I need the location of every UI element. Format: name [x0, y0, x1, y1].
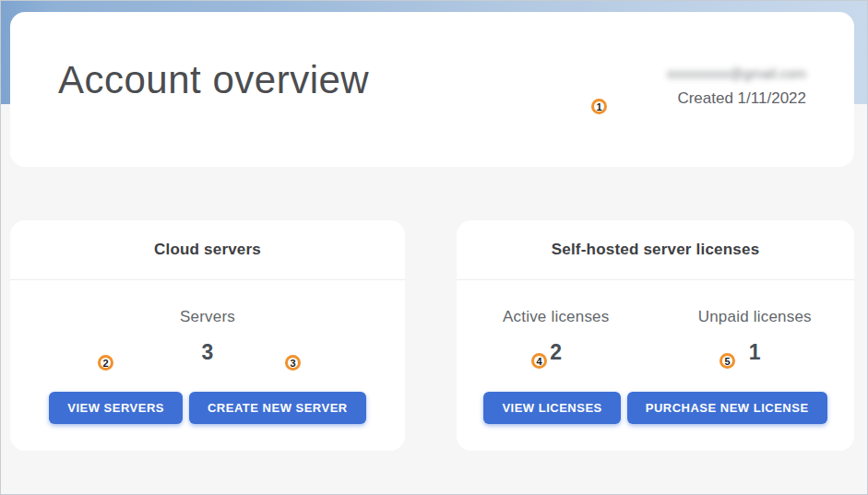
active-licenses-stat: Active licenses 2	[457, 308, 656, 365]
annotation-marker-4: 4	[531, 353, 547, 369]
cloud-servers-stats: Servers 3	[10, 308, 405, 365]
self-hosted-licenses-card-header: Self-hosted server licenses	[457, 220, 854, 280]
annotation-marker-3: 3	[285, 355, 301, 371]
view-licenses-button[interactable]: VIEW LICENSES	[483, 392, 620, 424]
annotation-marker-1: 1	[591, 99, 607, 114]
cloud-servers-card-header: Cloud servers	[10, 220, 405, 280]
self-hosted-licenses-card: Self-hosted server licenses Active licen…	[457, 220, 854, 451]
create-new-server-button[interactable]: CREATE NEW SERVER	[189, 392, 366, 424]
annotation-marker-2: 2	[98, 355, 113, 371]
cloud-servers-card: Cloud servers Servers 3 VIEW SERVERS CRE…	[10, 220, 405, 451]
account-created-date: Created 1/11/2022	[667, 89, 806, 108]
account-meta: xxxxxxxxx@gmail.com Created 1/11/2022	[667, 65, 806, 108]
servers-stat-label: Servers	[10, 308, 405, 326]
licenses-actions: VIEW LICENSES PURCHASE NEW LICENSE	[457, 392, 854, 424]
annotation-marker-5: 5	[719, 353, 735, 369]
active-licenses-value: 2	[457, 340, 656, 365]
user-email-redacted: xxxxxxxxx@gmail.com	[667, 65, 806, 81]
cloud-servers-card-title: Cloud servers	[154, 241, 261, 259]
servers-stat-value: 3	[10, 340, 405, 365]
page-title: Account overview	[58, 58, 369, 102]
unpaid-licenses-label: Unpaid licenses	[656, 308, 855, 326]
self-hosted-licenses-card-title: Self-hosted server licenses	[552, 241, 760, 259]
cloud-servers-actions: VIEW SERVERS CREATE NEW SERVER	[10, 392, 405, 424]
active-licenses-label: Active licenses	[457, 308, 656, 326]
licenses-stats: Active licenses 2 Unpaid licenses 1	[457, 308, 854, 365]
unpaid-licenses-stat: Unpaid licenses 1	[656, 308, 855, 365]
account-overview-header-card: Account overview xxxxxxxxx@gmail.com Cre…	[10, 12, 854, 167]
view-servers-button[interactable]: VIEW SERVERS	[49, 392, 183, 424]
purchase-new-license-button[interactable]: PURCHASE NEW LICENSE	[627, 392, 827, 424]
unpaid-licenses-value: 1	[656, 340, 855, 365]
servers-stat: Servers 3	[10, 308, 405, 365]
